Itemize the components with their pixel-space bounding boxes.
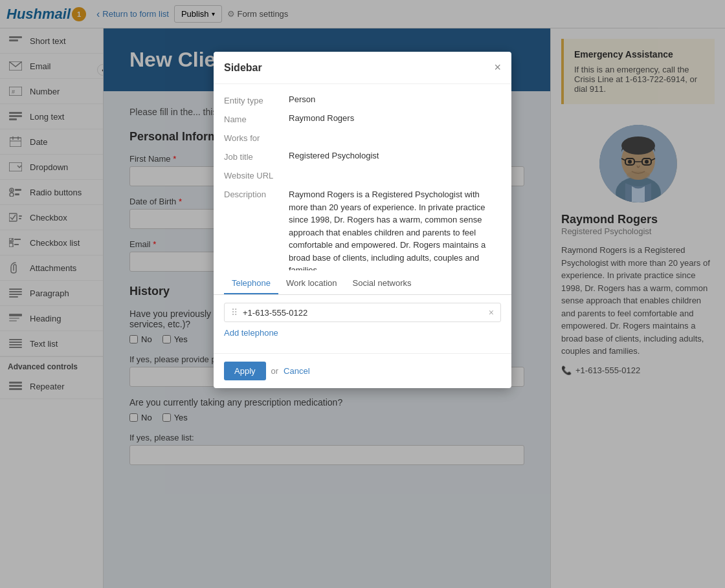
works-for-label: Works for (224, 132, 289, 143)
or-text: or (271, 366, 279, 376)
modal-footer: Apply or Cancel (214, 353, 511, 388)
modal-description-field: Description Raymond Rogers is a Register… (224, 188, 501, 270)
modal-header: Sidebar × (214, 52, 511, 84)
modal-tabs: Telephone Work location Social networks (214, 273, 511, 295)
modal-body: Entity type Person Name Raymond Rogers W… (214, 84, 511, 270)
phone-field-row: ⠿ +1-613-555-0122 × (224, 303, 501, 322)
modal: Sidebar × Entity type Person Name Raymon… (214, 52, 511, 388)
website-url-label: Website URL (224, 169, 289, 180)
modal-close-button[interactable]: × (494, 61, 501, 74)
name-value: Raymond Rogers (289, 113, 501, 123)
entity-type-value: Person (289, 94, 501, 104)
modal-title: Sidebar (224, 62, 262, 74)
description-value: Raymond Rogers is a Registered Psycholog… (289, 188, 501, 270)
modal-tab-content: ⠿ +1-613-555-0122 × Add telephone (214, 295, 511, 353)
job-title-value: Registered Psychologist (289, 151, 501, 160)
modal-name-field: Name Raymond Rogers (224, 113, 501, 124)
modal-tab-work-location[interactable]: Work location (278, 273, 345, 294)
modal-works-for-field: Works for (224, 132, 501, 143)
drag-handle-icon[interactable]: ⠿ (231, 307, 238, 318)
phone-field-remove-button[interactable]: × (489, 307, 494, 318)
add-telephone-link[interactable]: Add telephone (224, 328, 278, 338)
modal-tab-social-networks[interactable]: Social networks (345, 273, 419, 294)
phone-field-value: +1-613-555-0122 (243, 308, 489, 318)
apply-button[interactable]: Apply (224, 362, 266, 380)
name-label: Name (224, 113, 289, 124)
modal-tab-telephone[interactable]: Telephone (224, 273, 278, 294)
modal-website-field: Website URL (224, 169, 501, 180)
modal-job-title-field: Job title Registered Psychologist (224, 151, 501, 162)
modal-entity-type-field: Entity type Person (224, 94, 501, 105)
entity-type-label: Entity type (224, 94, 289, 105)
description-label: Description (224, 188, 289, 199)
cancel-link[interactable]: Cancel (284, 366, 309, 376)
modal-overlay[interactable]: Sidebar × Entity type Person Name Raymon… (0, 0, 725, 588)
job-title-label: Job title (224, 151, 289, 162)
